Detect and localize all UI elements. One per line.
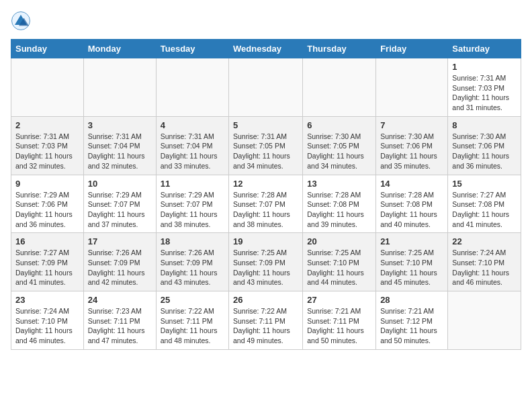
calendar-cell: 1 Sunrise: 7:31 AM Sunset: 7:03 PM Dayli… <box>448 58 521 117</box>
calendar-cell <box>303 58 376 117</box>
calendar-cell: 22 Sunrise: 7:24 AM Sunset: 7:10 PM Dayl… <box>448 233 521 291</box>
day-daylight: Daylight: 11 hours and 43 minutes. <box>233 269 290 287</box>
calendar-cell: 27 Sunrise: 7:21 AM Sunset: 7:11 PM Dayl… <box>303 291 376 350</box>
weekday-header-friday: Friday <box>376 40 448 58</box>
day-sunset: Sunset: 7:06 PM <box>15 200 68 208</box>
calendar-week-row: 1 Sunrise: 7:31 AM Sunset: 7:03 PM Dayli… <box>11 58 521 117</box>
calendar-cell: 20 Sunrise: 7:25 AM Sunset: 7:10 PM Dayl… <box>303 233 376 291</box>
calendar-cell: 26 Sunrise: 7:22 AM Sunset: 7:11 PM Dayl… <box>229 291 303 350</box>
day-daylight: Daylight: 11 hours and 33 minutes. <box>161 152 218 170</box>
day-number: 26 <box>233 295 298 305</box>
day-number: 25 <box>161 295 224 305</box>
day-number: 27 <box>307 295 371 305</box>
calendar-cell: 16 Sunrise: 7:27 AM Sunset: 7:09 PM Dayl… <box>11 233 84 291</box>
day-sunset: Sunset: 7:10 PM <box>452 259 504 267</box>
day-daylight: Daylight: 11 hours and 38 minutes. <box>161 210 218 228</box>
day-sunrise: Sunrise: 7:25 AM <box>380 248 434 257</box>
calendar-cell: 15 Sunrise: 7:27 AM Sunset: 7:08 PM Dayl… <box>448 175 521 233</box>
calendar-cell: 3 Sunrise: 7:31 AM Sunset: 7:04 PM Dayli… <box>83 116 156 175</box>
day-sunset: Sunset: 7:07 PM <box>88 200 140 208</box>
day-sunrise: Sunrise: 7:21 AM <box>380 307 434 315</box>
day-daylight: Daylight: 11 hours and 34 minutes. <box>307 152 364 170</box>
day-number: 22 <box>452 236 517 246</box>
day-sunset: Sunset: 7:04 PM <box>161 142 213 150</box>
calendar-cell: 11 Sunrise: 7:29 AM Sunset: 7:07 PM Dayl… <box>156 175 228 233</box>
day-sunrise: Sunrise: 7:24 AM <box>15 307 69 315</box>
day-number: 11 <box>161 179 224 189</box>
calendar-cell: 7 Sunrise: 7:30 AM Sunset: 7:06 PM Dayli… <box>376 116 448 175</box>
day-daylight: Daylight: 11 hours and 44 minutes. <box>307 269 364 287</box>
day-daylight: Daylight: 11 hours and 37 minutes. <box>88 210 145 228</box>
calendar-week-row: 2 Sunrise: 7:31 AM Sunset: 7:03 PM Dayli… <box>11 116 521 175</box>
day-sunset: Sunset: 7:03 PM <box>15 142 68 150</box>
day-number: 3 <box>88 120 152 130</box>
day-sunrise: Sunrise: 7:22 AM <box>161 307 214 315</box>
calendar-cell: 28 Sunrise: 7:21 AM Sunset: 7:12 PM Dayl… <box>376 291 448 350</box>
day-sunset: Sunset: 7:06 PM <box>380 142 433 150</box>
calendar-cell: 9 Sunrise: 7:29 AM Sunset: 7:06 PM Dayli… <box>11 175 84 233</box>
day-daylight: Daylight: 11 hours and 31 minutes. <box>452 93 509 111</box>
day-daylight: Daylight: 11 hours and 39 minutes. <box>307 210 364 228</box>
day-number: 28 <box>380 295 443 305</box>
day-number: 20 <box>307 236 371 246</box>
day-number: 6 <box>307 120 371 130</box>
weekday-header-monday: Monday <box>83 40 156 58</box>
day-daylight: Daylight: 11 hours and 50 minutes. <box>307 326 364 345</box>
day-sunrise: Sunrise: 7:28 AM <box>380 191 434 199</box>
weekday-header-saturday: Saturday <box>448 40 521 58</box>
day-sunset: Sunset: 7:09 PM <box>88 259 140 267</box>
day-sunrise: Sunrise: 7:29 AM <box>88 191 142 199</box>
day-daylight: Daylight: 11 hours and 32 minutes. <box>15 152 73 170</box>
day-number: 18 <box>161 236 224 246</box>
day-number: 9 <box>15 179 79 189</box>
day-sunset: Sunset: 7:08 PM <box>452 200 504 208</box>
calendar-cell: 24 Sunrise: 7:23 AM Sunset: 7:11 PM Dayl… <box>83 291 156 350</box>
day-daylight: Daylight: 11 hours and 47 minutes. <box>88 326 145 345</box>
day-daylight: Daylight: 11 hours and 41 minutes. <box>452 210 509 228</box>
day-number: 8 <box>452 120 517 130</box>
calendar-cell <box>376 58 448 117</box>
weekday-header-wednesday: Wednesday <box>229 40 303 58</box>
day-sunrise: Sunrise: 7:31 AM <box>452 74 506 82</box>
day-daylight: Daylight: 11 hours and 45 minutes. <box>380 269 437 287</box>
day-sunrise: Sunrise: 7:30 AM <box>380 132 434 140</box>
day-number: 16 <box>15 236 79 246</box>
day-sunrise: Sunrise: 7:28 AM <box>233 191 287 199</box>
calendar-week-row: 23 Sunrise: 7:24 AM Sunset: 7:10 PM Dayl… <box>11 291 521 350</box>
calendar-cell: 10 Sunrise: 7:29 AM Sunset: 7:07 PM Dayl… <box>83 175 156 233</box>
day-number: 2 <box>15 120 79 130</box>
day-sunset: Sunset: 7:03 PM <box>452 84 504 92</box>
day-daylight: Daylight: 11 hours and 50 minutes. <box>380 326 437 345</box>
day-number: 10 <box>88 179 152 189</box>
day-sunset: Sunset: 7:11 PM <box>161 317 213 325</box>
day-sunrise: Sunrise: 7:24 AM <box>452 248 506 257</box>
day-number: 4 <box>161 120 224 130</box>
day-daylight: Daylight: 11 hours and 46 minutes. <box>452 269 509 287</box>
calendar-table: SundayMondayTuesdayWednesdayThursdayFrid… <box>11 39 521 350</box>
day-sunset: Sunset: 7:10 PM <box>380 259 433 267</box>
day-sunrise: Sunrise: 7:30 AM <box>307 132 361 140</box>
calendar-cell: 5 Sunrise: 7:31 AM Sunset: 7:05 PM Dayli… <box>229 116 303 175</box>
day-daylight: Daylight: 11 hours and 41 minutes. <box>15 269 73 287</box>
calendar-cell: 18 Sunrise: 7:26 AM Sunset: 7:09 PM Dayl… <box>156 233 228 291</box>
day-sunrise: Sunrise: 7:25 AM <box>307 248 361 257</box>
day-sunset: Sunset: 7:08 PM <box>307 200 359 208</box>
day-sunrise: Sunrise: 7:21 AM <box>307 307 361 315</box>
day-daylight: Daylight: 11 hours and 38 minutes. <box>233 210 290 228</box>
day-number: 5 <box>233 120 298 130</box>
day-sunset: Sunset: 7:10 PM <box>307 259 359 267</box>
calendar-cell <box>448 291 521 350</box>
day-daylight: Daylight: 11 hours and 43 minutes. <box>161 269 218 287</box>
day-sunset: Sunset: 7:11 PM <box>233 317 285 325</box>
day-sunrise: Sunrise: 7:27 AM <box>452 191 506 199</box>
day-number: 7 <box>380 120 443 130</box>
day-daylight: Daylight: 11 hours and 35 minutes. <box>380 152 437 170</box>
day-sunrise: Sunrise: 7:31 AM <box>233 132 287 140</box>
day-sunrise: Sunrise: 7:30 AM <box>452 132 506 140</box>
day-number: 17 <box>88 236 152 246</box>
day-daylight: Daylight: 11 hours and 36 minutes. <box>15 210 73 228</box>
day-number: 19 <box>233 236 298 246</box>
day-sunset: Sunset: 7:11 PM <box>307 317 359 325</box>
weekday-header-row: SundayMondayTuesdayWednesdayThursdayFrid… <box>11 40 521 58</box>
header <box>11 11 521 31</box>
